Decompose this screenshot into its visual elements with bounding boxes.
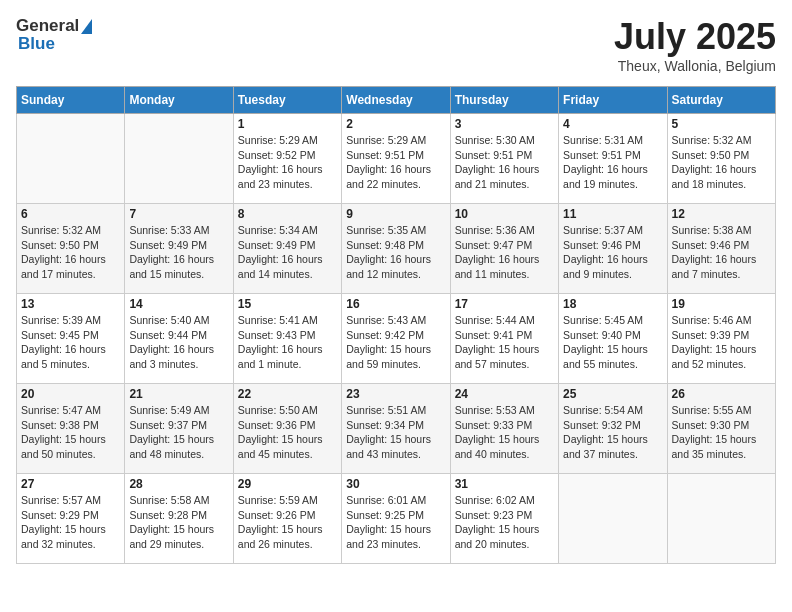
- day-detail: Sunrise: 5:37 AMSunset: 9:46 PMDaylight:…: [563, 223, 662, 282]
- day-detail: Sunrise: 5:50 AMSunset: 9:36 PMDaylight:…: [238, 403, 337, 462]
- day-detail: Sunrise: 5:47 AMSunset: 9:38 PMDaylight:…: [21, 403, 120, 462]
- calendar-day-cell: [125, 114, 233, 204]
- day-detail: Sunrise: 5:40 AMSunset: 9:44 PMDaylight:…: [129, 313, 228, 372]
- day-detail: Sunrise: 5:41 AMSunset: 9:43 PMDaylight:…: [238, 313, 337, 372]
- calendar-day-cell: 8Sunrise: 5:34 AMSunset: 9:49 PMDaylight…: [233, 204, 341, 294]
- calendar-day-cell: 21Sunrise: 5:49 AMSunset: 9:37 PMDayligh…: [125, 384, 233, 474]
- day-number: 27: [21, 477, 120, 491]
- day-number: 30: [346, 477, 445, 491]
- day-detail: Sunrise: 5:34 AMSunset: 9:49 PMDaylight:…: [238, 223, 337, 282]
- day-number: 19: [672, 297, 771, 311]
- day-number: 18: [563, 297, 662, 311]
- calendar-day-cell: 31Sunrise: 6:02 AMSunset: 9:23 PMDayligh…: [450, 474, 558, 564]
- day-number: 8: [238, 207, 337, 221]
- day-number: 21: [129, 387, 228, 401]
- day-detail: Sunrise: 5:38 AMSunset: 9:46 PMDaylight:…: [672, 223, 771, 282]
- calendar-day-cell: 29Sunrise: 5:59 AMSunset: 9:26 PMDayligh…: [233, 474, 341, 564]
- day-detail: Sunrise: 5:36 AMSunset: 9:47 PMDaylight:…: [455, 223, 554, 282]
- calendar-day-cell: 17Sunrise: 5:44 AMSunset: 9:41 PMDayligh…: [450, 294, 558, 384]
- calendar-day-cell: 25Sunrise: 5:54 AMSunset: 9:32 PMDayligh…: [559, 384, 667, 474]
- calendar-day-cell: 5Sunrise: 5:32 AMSunset: 9:50 PMDaylight…: [667, 114, 775, 204]
- calendar-day-cell: 2Sunrise: 5:29 AMSunset: 9:51 PMDaylight…: [342, 114, 450, 204]
- day-detail: Sunrise: 5:29 AMSunset: 9:52 PMDaylight:…: [238, 133, 337, 192]
- calendar-day-cell: [559, 474, 667, 564]
- calendar-day-cell: 3Sunrise: 5:30 AMSunset: 9:51 PMDaylight…: [450, 114, 558, 204]
- calendar-day-header: Friday: [559, 87, 667, 114]
- calendar-day-header: Tuesday: [233, 87, 341, 114]
- calendar-table: SundayMondayTuesdayWednesdayThursdayFrid…: [16, 86, 776, 564]
- day-detail: Sunrise: 5:44 AMSunset: 9:41 PMDaylight:…: [455, 313, 554, 372]
- day-number: 12: [672, 207, 771, 221]
- day-number: 22: [238, 387, 337, 401]
- day-detail: Sunrise: 5:58 AMSunset: 9:28 PMDaylight:…: [129, 493, 228, 552]
- day-detail: Sunrise: 6:02 AMSunset: 9:23 PMDaylight:…: [455, 493, 554, 552]
- day-detail: Sunrise: 5:49 AMSunset: 9:37 PMDaylight:…: [129, 403, 228, 462]
- calendar-day-cell: 13Sunrise: 5:39 AMSunset: 9:45 PMDayligh…: [17, 294, 125, 384]
- day-number: 3: [455, 117, 554, 131]
- calendar-day-cell: 14Sunrise: 5:40 AMSunset: 9:44 PMDayligh…: [125, 294, 233, 384]
- day-detail: Sunrise: 5:33 AMSunset: 9:49 PMDaylight:…: [129, 223, 228, 282]
- day-number: 16: [346, 297, 445, 311]
- calendar-day-cell: 6Sunrise: 5:32 AMSunset: 9:50 PMDaylight…: [17, 204, 125, 294]
- calendar-day-cell: 9Sunrise: 5:35 AMSunset: 9:48 PMDaylight…: [342, 204, 450, 294]
- day-number: 2: [346, 117, 445, 131]
- logo-general-text: General: [16, 16, 79, 36]
- day-detail: Sunrise: 5:31 AMSunset: 9:51 PMDaylight:…: [563, 133, 662, 192]
- day-number: 15: [238, 297, 337, 311]
- calendar-day-cell: 23Sunrise: 5:51 AMSunset: 9:34 PMDayligh…: [342, 384, 450, 474]
- day-detail: Sunrise: 6:01 AMSunset: 9:25 PMDaylight:…: [346, 493, 445, 552]
- day-number: 13: [21, 297, 120, 311]
- calendar-day-cell: 27Sunrise: 5:57 AMSunset: 9:29 PMDayligh…: [17, 474, 125, 564]
- day-number: 25: [563, 387, 662, 401]
- calendar-day-cell: 30Sunrise: 6:01 AMSunset: 9:25 PMDayligh…: [342, 474, 450, 564]
- calendar-day-cell: [17, 114, 125, 204]
- day-detail: Sunrise: 5:51 AMSunset: 9:34 PMDaylight:…: [346, 403, 445, 462]
- day-detail: Sunrise: 5:32 AMSunset: 9:50 PMDaylight:…: [672, 133, 771, 192]
- calendar-day-cell: 18Sunrise: 5:45 AMSunset: 9:40 PMDayligh…: [559, 294, 667, 384]
- calendar-day-cell: 11Sunrise: 5:37 AMSunset: 9:46 PMDayligh…: [559, 204, 667, 294]
- calendar-day-cell: 12Sunrise: 5:38 AMSunset: 9:46 PMDayligh…: [667, 204, 775, 294]
- month-year-title: July 2025: [614, 16, 776, 58]
- day-number: 7: [129, 207, 228, 221]
- day-number: 9: [346, 207, 445, 221]
- calendar-week-row: 6Sunrise: 5:32 AMSunset: 9:50 PMDaylight…: [17, 204, 776, 294]
- calendar-day-cell: 16Sunrise: 5:43 AMSunset: 9:42 PMDayligh…: [342, 294, 450, 384]
- day-detail: Sunrise: 5:57 AMSunset: 9:29 PMDaylight:…: [21, 493, 120, 552]
- day-number: 10: [455, 207, 554, 221]
- calendar-day-cell: 19Sunrise: 5:46 AMSunset: 9:39 PMDayligh…: [667, 294, 775, 384]
- day-number: 28: [129, 477, 228, 491]
- calendar-day-cell: 22Sunrise: 5:50 AMSunset: 9:36 PMDayligh…: [233, 384, 341, 474]
- day-number: 4: [563, 117, 662, 131]
- calendar-day-cell: 1Sunrise: 5:29 AMSunset: 9:52 PMDaylight…: [233, 114, 341, 204]
- logo: General Blue: [16, 16, 92, 54]
- day-detail: Sunrise: 5:59 AMSunset: 9:26 PMDaylight:…: [238, 493, 337, 552]
- day-detail: Sunrise: 5:32 AMSunset: 9:50 PMDaylight:…: [21, 223, 120, 282]
- day-detail: Sunrise: 5:29 AMSunset: 9:51 PMDaylight:…: [346, 133, 445, 192]
- day-number: 20: [21, 387, 120, 401]
- day-number: 1: [238, 117, 337, 131]
- calendar-day-cell: 15Sunrise: 5:41 AMSunset: 9:43 PMDayligh…: [233, 294, 341, 384]
- day-number: 24: [455, 387, 554, 401]
- day-detail: Sunrise: 5:53 AMSunset: 9:33 PMDaylight:…: [455, 403, 554, 462]
- calendar-day-cell: 26Sunrise: 5:55 AMSunset: 9:30 PMDayligh…: [667, 384, 775, 474]
- day-detail: Sunrise: 5:55 AMSunset: 9:30 PMDaylight:…: [672, 403, 771, 462]
- day-detail: Sunrise: 5:54 AMSunset: 9:32 PMDaylight:…: [563, 403, 662, 462]
- calendar-week-row: 13Sunrise: 5:39 AMSunset: 9:45 PMDayligh…: [17, 294, 776, 384]
- day-detail: Sunrise: 5:43 AMSunset: 9:42 PMDaylight:…: [346, 313, 445, 372]
- day-number: 11: [563, 207, 662, 221]
- calendar-day-header: Sunday: [17, 87, 125, 114]
- day-detail: Sunrise: 5:39 AMSunset: 9:45 PMDaylight:…: [21, 313, 120, 372]
- day-number: 31: [455, 477, 554, 491]
- day-number: 5: [672, 117, 771, 131]
- calendar-day-cell: 20Sunrise: 5:47 AMSunset: 9:38 PMDayligh…: [17, 384, 125, 474]
- calendar-day-header: Monday: [125, 87, 233, 114]
- day-detail: Sunrise: 5:35 AMSunset: 9:48 PMDaylight:…: [346, 223, 445, 282]
- day-number: 6: [21, 207, 120, 221]
- day-detail: Sunrise: 5:45 AMSunset: 9:40 PMDaylight:…: [563, 313, 662, 372]
- calendar-day-header: Saturday: [667, 87, 775, 114]
- calendar-week-row: 1Sunrise: 5:29 AMSunset: 9:52 PMDaylight…: [17, 114, 776, 204]
- logo-blue-text: Blue: [18, 34, 55, 54]
- calendar-day-cell: 7Sunrise: 5:33 AMSunset: 9:49 PMDaylight…: [125, 204, 233, 294]
- logo-arrow-icon: [81, 19, 92, 34]
- calendar-day-cell: 24Sunrise: 5:53 AMSunset: 9:33 PMDayligh…: [450, 384, 558, 474]
